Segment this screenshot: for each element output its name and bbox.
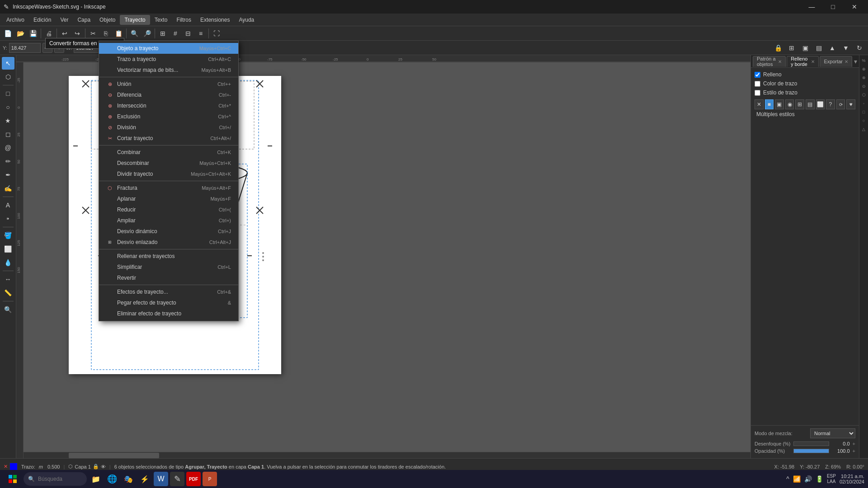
tb-dist[interactable]: ≡ <box>195 28 207 39</box>
dd-division[interactable]: ⊘ División Ctrl+/ <box>99 122 238 133</box>
tb-distribute[interactable]: ⊞ <box>786 42 797 54</box>
dd-aplanar[interactable]: Aplanar Mayús+F <box>99 193 238 204</box>
taskbar-gestures[interactable]: 🎭 <box>121 472 136 486</box>
panel-overflow[interactable]: ▾ <box>854 58 857 65</box>
tool-callig[interactable]: ✍ <box>2 182 14 195</box>
tab-exportar[interactable]: Exportar ✕ <box>820 56 852 67</box>
tool-connector[interactable]: ↔ <box>2 273 14 286</box>
dd-union[interactable]: ⊕ Unión Ctrl++ <box>99 79 238 89</box>
dd-reducir[interactable]: Reducir Ctrl+( <box>99 204 238 215</box>
snap-7[interactable]: □ <box>860 108 868 116</box>
fill-pattern[interactable]: ▤ <box>806 99 815 109</box>
taskbar-pdf[interactable]: PDF <box>186 472 201 486</box>
fill-none[interactable]: ✕ <box>755 99 764 109</box>
start-button[interactable] <box>4 471 22 487</box>
taskbar-inkscape[interactable]: ✎ <box>170 472 184 486</box>
minimize-button[interactable]: — <box>802 0 822 14</box>
h-scrollbar[interactable] <box>24 452 750 458</box>
taskbar-chrome[interactable]: 🌐 <box>105 472 119 486</box>
fill-checkbox[interactable] <box>755 72 760 78</box>
dd-cortar[interactable]: ✂ Cortar trayecto Ctrl+Alt+/ <box>99 133 238 144</box>
tb-undo[interactable]: ↩ <box>59 28 71 39</box>
menu-ver[interactable]: Ver <box>56 15 73 25</box>
stroke-color-checkbox[interactable] <box>755 81 760 87</box>
tab-relleno[interactable]: Relleno y borde ✕ <box>787 56 819 67</box>
snap-5[interactable]: ⬡ <box>860 91 868 99</box>
tb-save[interactable]: 💾 <box>27 28 39 39</box>
dd-rellenar[interactable]: Rellenar entre trayectos <box>99 251 238 262</box>
dd-desvio[interactable]: Desvío dinámico Ctrl+J <box>99 226 238 237</box>
tray-battery[interactable]: 🔋 <box>816 475 823 483</box>
taskbar-ppt[interactable]: P <box>203 472 217 486</box>
dd-efectos[interactable]: Efectos de trayecto... Ctrl+& <box>99 286 238 297</box>
tb-raise[interactable]: ▲ <box>826 42 838 54</box>
tool-bezier[interactable]: ✒ <box>2 169 14 181</box>
fill-color-swatch[interactable] <box>9 463 18 471</box>
fill-mesh-grad[interactable]: ⊞ <box>795 99 804 109</box>
tool-circle[interactable]: ○ <box>2 101 14 113</box>
tray-volume[interactable]: 🔊 <box>804 475 812 483</box>
tb-cut[interactable]: ✂ <box>87 28 99 39</box>
tb-new[interactable]: 📄 <box>2 28 14 39</box>
tool-rect[interactable]: □ <box>2 87 14 100</box>
tb-lock[interactable]: 🔒 <box>772 42 784 54</box>
tb-zoom-in[interactable]: 🔍 <box>128 28 140 39</box>
dd-objeto-trayecto[interactable]: Objeto a trayecto Mayús+Ctrl+C <box>99 43 238 54</box>
fill-linear-grad[interactable]: ▣ <box>775 99 784 109</box>
tb-lower[interactable]: ▼ <box>840 42 852 54</box>
tab-patron[interactable]: Patrón a objetos ✕ <box>753 56 786 67</box>
blur-plus[interactable]: + <box>853 441 855 446</box>
fill-unset[interactable]: ⟳ <box>836 99 845 109</box>
tb-align[interactable]: ⊟ <box>182 28 194 39</box>
taskbar-word[interactable]: W <box>154 472 168 486</box>
menu-objeto[interactable]: Objeto <box>95 15 120 25</box>
tb-rotate-cw[interactable]: ↻ <box>854 42 865 54</box>
tb-grid[interactable]: # <box>170 28 181 39</box>
dd-interseccion[interactable]: ⊗ Intersección Ctrl+* <box>99 100 238 111</box>
menu-edicion[interactable]: Edición <box>29 15 56 25</box>
snap-9[interactable]: △ <box>860 126 868 133</box>
snap-4[interactable]: ⊙ <box>860 83 868 90</box>
snap-1[interactable]: % <box>860 57 868 64</box>
menu-extensiones[interactable]: Extensiones <box>196 15 234 25</box>
snap-6[interactable]: ◦ <box>860 100 868 107</box>
taskbar-explorer[interactable]: 📁 <box>89 472 103 486</box>
stroke-style-checkbox[interactable] <box>755 90 760 96</box>
tool-node[interactable]: ⬡ <box>2 70 14 83</box>
snap-8[interactable]: ○ <box>860 117 868 124</box>
menu-trayecto[interactable]: Trayecto <box>120 15 150 25</box>
dd-ampliar[interactable]: Ampliar Ctrl+) <box>99 215 238 226</box>
tb-fullscreen[interactable]: ⛶ <box>211 28 222 39</box>
taskbar-vscode[interactable]: ⚡ <box>137 472 152 486</box>
tool-select[interactable]: ↖ <box>2 57 14 70</box>
fill-radial-grad[interactable]: ◉ <box>785 99 794 109</box>
tray-network[interactable]: 📶 <box>793 475 801 483</box>
close-button[interactable]: ✕ <box>844 0 864 14</box>
dd-descombinar[interactable]: Descombinar Mayús+Ctrl+K <box>99 158 238 169</box>
menu-archivo[interactable]: Archivo <box>2 15 29 25</box>
snap-2[interactable]: ⊕ <box>860 66 868 73</box>
dd-exclusion[interactable]: ⊕ Exclusión Ctrl+^ <box>99 111 238 122</box>
dd-eliminar-efecto[interactable]: Eliminar efecto de trayecto <box>99 308 238 319</box>
y-minus[interactable]: — <box>42 43 52 53</box>
maximize-button[interactable]: □ <box>823 0 843 14</box>
tb-ungroup[interactable]: ▤ <box>813 42 825 54</box>
blend-select[interactable]: Normal Multiply Screen Overlay <box>810 428 855 438</box>
dd-simplificar[interactable]: Simplificar Ctrl+L <box>99 262 238 272</box>
snap-3[interactable]: ⊗ <box>860 74 868 81</box>
tool-star[interactable]: ★ <box>2 114 14 127</box>
tb-paste[interactable]: 📋 <box>113 28 124 39</box>
dd-trazo-trayecto[interactable]: Trazo a trayecto Ctrl+Alt+C <box>99 54 238 65</box>
dd-pegar-efecto[interactable]: Pegar efecto de trayecto & <box>99 297 238 308</box>
dd-fractura[interactable]: ⬡ Fractura Mayús+Alt+F <box>99 183 238 193</box>
menu-capa[interactable]: Capa <box>73 15 95 25</box>
tab-exportar-close[interactable]: ✕ <box>844 59 848 64</box>
fill-unknown[interactable]: ? <box>826 99 835 109</box>
tool-zoom[interactable]: 🔍 <box>2 303 14 316</box>
tool-3d[interactable]: ◻ <box>2 128 14 141</box>
tool-gradient[interactable]: ⬜ <box>2 243 14 255</box>
y-plus[interactable]: + <box>54 43 64 53</box>
tb-snap[interactable]: ⊞ <box>157 28 169 39</box>
menu-filtros[interactable]: Filtros <box>172 15 196 25</box>
tab-patron-close[interactable]: ✕ <box>778 59 782 64</box>
